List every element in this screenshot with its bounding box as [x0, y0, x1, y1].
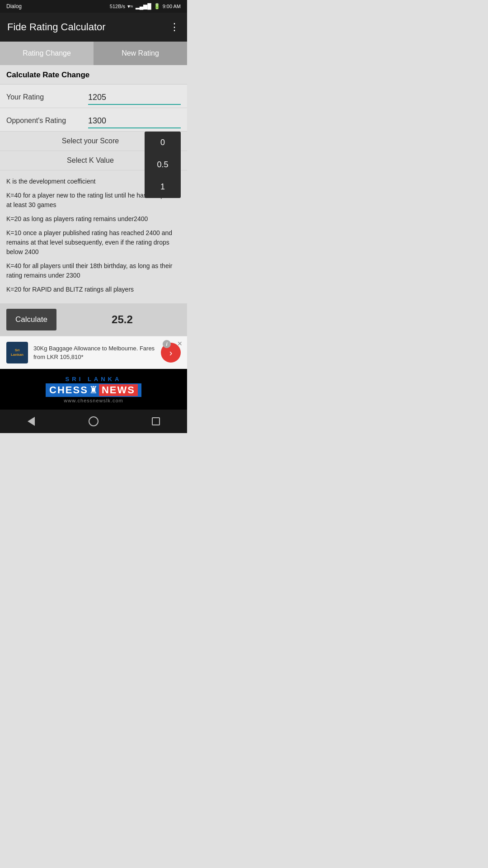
chess-news-banner: SRI LANKA CHESS ♜ NEWS www.chessnewslk.c…	[0, 369, 187, 410]
chess-news-chess: CHESS	[49, 384, 88, 396]
k-info-line3: K=20 as long as players rating remains u…	[6, 214, 181, 224]
score-dropdown-popup: 0 0.5 1	[145, 132, 181, 198]
ad-text: 30Kg Baggage Allowance to Melbourne. Far…	[33, 344, 155, 362]
ad-logo-text: SriLankan	[11, 348, 23, 357]
your-rating-input[interactable]	[88, 91, 181, 105]
chess-news-url: www.chessnewslk.com	[64, 398, 123, 403]
battery-icon: 🔋	[154, 3, 160, 9]
tab-new-rating[interactable]: New Rating	[94, 42, 187, 65]
wifi-icon: ▾≈	[127, 3, 133, 9]
chess-news-title: SRI LANKA	[66, 376, 122, 382]
chess-news-piece-icon: ♜	[89, 384, 98, 396]
score-option-05[interactable]: 0.5	[145, 154, 181, 176]
ad-banner: SriLankan 30Kg Baggage Allowance to Melb…	[0, 336, 187, 369]
opponent-rating-label: Opponent's Rating	[6, 117, 84, 128]
section-header: Calculate Rate Change	[0, 65, 187, 85]
network-speed: 512B/s	[110, 4, 125, 9]
score-option-0[interactable]: 0	[145, 132, 181, 154]
time: 9:00 AM	[163, 4, 181, 9]
chess-news-news: NEWS	[99, 384, 138, 396]
ad-info-icon[interactable]: i	[163, 340, 171, 348]
tab-rating-change[interactable]: Rating Change	[0, 42, 94, 65]
ad-close-icon[interactable]: ✕	[177, 340, 183, 347]
status-label: Dialog	[6, 3, 22, 9]
nav-recents-button[interactable]	[147, 413, 165, 429]
menu-icon[interactable]: ⋮	[169, 21, 180, 33]
chess-news-main-block: CHESS ♜ NEWS	[46, 383, 141, 397]
score-option-1[interactable]: 1	[145, 176, 181, 198]
k-info-line6: K=20 for RAPID and BLITZ ratings all pla…	[6, 285, 181, 294]
k-info-line5: K=40 for all players until their 18th bi…	[6, 261, 181, 280]
status-right: 512B/s ▾≈ ▂▄▆█ 🔋 9:00 AM	[110, 3, 181, 9]
your-rating-field-wrapper	[88, 91, 181, 105]
signal-icon: ▂▄▆█	[136, 3, 151, 9]
app-title: Fide Rating Calculator	[7, 21, 106, 33]
your-rating-label: Your Rating	[6, 93, 84, 105]
k-info-line4: K=10 once a player published rating has …	[6, 228, 181, 257]
score-row: Select your Score 0 0.5 1	[0, 132, 187, 151]
opponent-rating-field-wrapper	[88, 114, 181, 128]
nav-recents-icon	[152, 417, 160, 425]
opponent-rating-row: Opponent's Rating	[0, 108, 187, 132]
nav-home-icon	[89, 416, 99, 426]
calc-result: 25.2	[64, 313, 181, 326]
opponent-rating-input[interactable]	[88, 114, 181, 128]
calc-bar: Calculate 25.2	[0, 303, 187, 336]
calculate-button[interactable]: Calculate	[6, 309, 56, 330]
nav-back-icon	[28, 417, 35, 426]
tab-bar: Rating Change New Rating	[0, 42, 187, 65]
your-rating-row: Your Rating	[0, 85, 187, 108]
status-bar: Dialog 512B/s ▾≈ ▂▄▆█ 🔋 9:00 AM	[0, 0, 187, 13]
nav-back-button[interactable]	[22, 413, 40, 429]
chess-news-inner: SRI LANKA CHESS ♜ NEWS www.chessnewslk.c…	[46, 376, 141, 403]
content-area: Calculate Rate Change Your Rating Oppone…	[0, 65, 187, 410]
app-bar: Fide Rating Calculator ⋮	[0, 13, 187, 42]
nav-bar	[0, 410, 187, 433]
nav-home-button[interactable]	[84, 413, 103, 429]
ad-logo: SriLankan	[6, 342, 28, 363]
